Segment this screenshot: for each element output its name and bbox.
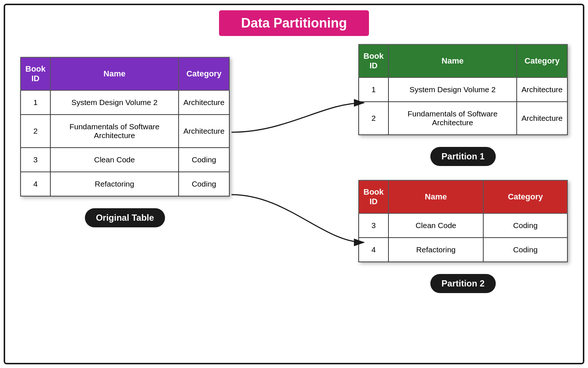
cell-category: Coding — [483, 238, 567, 262]
cell-id: 3 — [21, 148, 50, 172]
cell-name: Fundamentals of Software Architecture — [50, 115, 179, 148]
cell-name: Refactoring — [50, 172, 179, 196]
orig-header-name: Name — [50, 57, 179, 90]
cell-id: 1 — [359, 77, 388, 102]
table-row: 1 System Design Volume 2 Architecture — [359, 77, 567, 102]
table-row: 2 Fundamentals of Software Architecture … — [359, 102, 567, 135]
cell-name: System Design Volume 2 — [50, 90, 179, 115]
cell-category: Coding — [179, 148, 229, 172]
table-row: 1 System Design Volume 2 Architecture — [21, 90, 229, 115]
cell-category: Architecture — [179, 115, 229, 148]
table-row: 3 Clean Code Coding — [21, 148, 229, 172]
p1-header-category: Category — [517, 44, 567, 77]
table-row: 2 Fundamentals of Software Architecture … — [21, 115, 229, 148]
original-table: Book ID Name Category 1 System Design Vo… — [20, 57, 230, 196]
cell-category: Coding — [179, 172, 229, 196]
cell-name: Clean Code — [50, 148, 179, 172]
cell-name: Refactoring — [388, 238, 483, 262]
partition1-label: Partition 1 — [430, 147, 495, 166]
p1-header-name: Name — [388, 44, 517, 77]
p2-header-category: Category — [483, 180, 567, 213]
partition1-container: Book ID Name Category 1 System Design Vo… — [358, 44, 568, 166]
original-table-label: Original Table — [85, 208, 165, 227]
cell-category: Architecture — [179, 90, 229, 115]
partition2-table: Book ID Name Category 3 Clean Code Codin… — [358, 180, 568, 262]
cell-id: 4 — [21, 172, 50, 196]
p2-header-bookid: Book ID — [359, 180, 388, 213]
table-row: 4 Refactoring Coding — [359, 238, 567, 262]
cell-name: System Design Volume 2 — [388, 77, 517, 102]
partition1-table: Book ID Name Category 1 System Design Vo… — [358, 44, 568, 135]
cell-id: 1 — [21, 90, 50, 115]
page-title: Data Partitioning — [219, 10, 369, 36]
cell-category: Coding — [483, 213, 567, 238]
cell-id: 4 — [359, 238, 388, 262]
table-row: 4 Refactoring Coding — [21, 172, 229, 196]
cell-id: 3 — [359, 213, 388, 238]
table-row: 3 Clean Code Coding — [359, 213, 567, 238]
cell-category: Architecture — [517, 102, 567, 135]
cell-id: 2 — [21, 115, 50, 148]
partition2-container: Book ID Name Category 3 Clean Code Codin… — [358, 180, 568, 293]
original-table-container: Book ID Name Category 1 System Design Vo… — [20, 57, 230, 227]
orig-header-category: Category — [179, 57, 229, 90]
p2-header-name: Name — [388, 180, 483, 213]
cell-name: Fundamentals of Software Architecture — [388, 102, 517, 135]
cell-name: Clean Code — [388, 213, 483, 238]
cell-category: Architecture — [517, 77, 567, 102]
partition2-label: Partition 2 — [430, 274, 495, 293]
cell-id: 2 — [359, 102, 388, 135]
p1-header-bookid: Book ID — [359, 44, 388, 77]
orig-header-bookid: Book ID — [21, 57, 50, 90]
